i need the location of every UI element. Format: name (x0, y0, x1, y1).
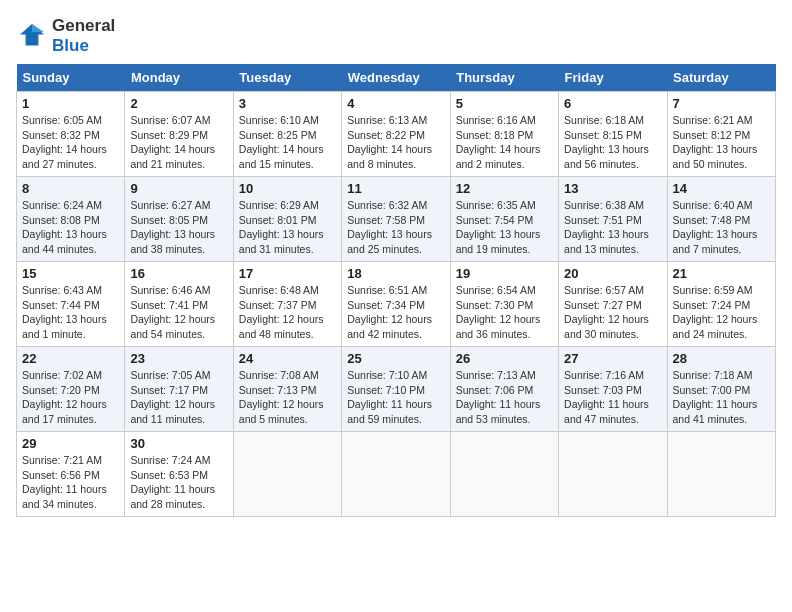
day-info: Sunrise: 6:51 AM Sunset: 7:34 PM Dayligh… (347, 283, 444, 342)
day-info: Sunrise: 7:10 AM Sunset: 7:10 PM Dayligh… (347, 368, 444, 427)
day-number: 3 (239, 96, 336, 111)
day-number: 20 (564, 266, 661, 281)
calendar-week-3: 15Sunrise: 6:43 AM Sunset: 7:44 PM Dayli… (17, 262, 776, 347)
calendar-cell (559, 432, 667, 517)
day-info: Sunrise: 6:43 AM Sunset: 7:44 PM Dayligh… (22, 283, 119, 342)
day-number: 19 (456, 266, 553, 281)
day-info: Sunrise: 6:16 AM Sunset: 8:18 PM Dayligh… (456, 113, 553, 172)
day-number: 28 (673, 351, 770, 366)
calendar-cell: 4Sunrise: 6:13 AM Sunset: 8:22 PM Daylig… (342, 92, 450, 177)
calendar-cell: 8Sunrise: 6:24 AM Sunset: 8:08 PM Daylig… (17, 177, 125, 262)
calendar-cell: 27Sunrise: 7:16 AM Sunset: 7:03 PM Dayli… (559, 347, 667, 432)
day-number: 7 (673, 96, 770, 111)
calendar-cell: 28Sunrise: 7:18 AM Sunset: 7:00 PM Dayli… (667, 347, 775, 432)
day-number: 12 (456, 181, 553, 196)
calendar-cell: 9Sunrise: 6:27 AM Sunset: 8:05 PM Daylig… (125, 177, 233, 262)
calendar-cell: 29Sunrise: 7:21 AM Sunset: 6:56 PM Dayli… (17, 432, 125, 517)
calendar-table: SundayMondayTuesdayWednesdayThursdayFrid… (16, 64, 776, 517)
calendar-week-2: 8Sunrise: 6:24 AM Sunset: 8:08 PM Daylig… (17, 177, 776, 262)
day-header-friday: Friday (559, 64, 667, 92)
day-number: 29 (22, 436, 119, 451)
day-number: 27 (564, 351, 661, 366)
day-number: 11 (347, 181, 444, 196)
day-number: 14 (673, 181, 770, 196)
day-number: 4 (347, 96, 444, 111)
day-number: 17 (239, 266, 336, 281)
day-number: 8 (22, 181, 119, 196)
day-info: Sunrise: 7:05 AM Sunset: 7:17 PM Dayligh… (130, 368, 227, 427)
day-info: Sunrise: 7:16 AM Sunset: 7:03 PM Dayligh… (564, 368, 661, 427)
day-info: Sunrise: 6:57 AM Sunset: 7:27 PM Dayligh… (564, 283, 661, 342)
logo: General Blue (16, 16, 115, 56)
day-number: 5 (456, 96, 553, 111)
calendar-cell: 17Sunrise: 6:48 AM Sunset: 7:37 PM Dayli… (233, 262, 341, 347)
day-number: 23 (130, 351, 227, 366)
logo-icon (16, 20, 48, 52)
day-number: 24 (239, 351, 336, 366)
day-info: Sunrise: 7:13 AM Sunset: 7:06 PM Dayligh… (456, 368, 553, 427)
day-header-monday: Monday (125, 64, 233, 92)
calendar-cell: 3Sunrise: 6:10 AM Sunset: 8:25 PM Daylig… (233, 92, 341, 177)
calendar-week-4: 22Sunrise: 7:02 AM Sunset: 7:20 PM Dayli… (17, 347, 776, 432)
calendar-cell: 5Sunrise: 6:16 AM Sunset: 8:18 PM Daylig… (450, 92, 558, 177)
day-info: Sunrise: 7:21 AM Sunset: 6:56 PM Dayligh… (22, 453, 119, 512)
day-number: 9 (130, 181, 227, 196)
day-info: Sunrise: 6:46 AM Sunset: 7:41 PM Dayligh… (130, 283, 227, 342)
day-number: 26 (456, 351, 553, 366)
calendar-cell: 2Sunrise: 6:07 AM Sunset: 8:29 PM Daylig… (125, 92, 233, 177)
day-number: 10 (239, 181, 336, 196)
calendar-cell: 20Sunrise: 6:57 AM Sunset: 7:27 PM Dayli… (559, 262, 667, 347)
day-info: Sunrise: 7:08 AM Sunset: 7:13 PM Dayligh… (239, 368, 336, 427)
calendar-cell: 26Sunrise: 7:13 AM Sunset: 7:06 PM Dayli… (450, 347, 558, 432)
svg-marker-1 (32, 24, 44, 32)
day-number: 21 (673, 266, 770, 281)
calendar-cell (450, 432, 558, 517)
calendar-cell: 10Sunrise: 6:29 AM Sunset: 8:01 PM Dayli… (233, 177, 341, 262)
day-number: 25 (347, 351, 444, 366)
calendar-cell: 11Sunrise: 6:32 AM Sunset: 7:58 PM Dayli… (342, 177, 450, 262)
calendar-cell: 14Sunrise: 6:40 AM Sunset: 7:48 PM Dayli… (667, 177, 775, 262)
day-info: Sunrise: 6:07 AM Sunset: 8:29 PM Dayligh… (130, 113, 227, 172)
day-info: Sunrise: 6:29 AM Sunset: 8:01 PM Dayligh… (239, 198, 336, 257)
day-header-sunday: Sunday (17, 64, 125, 92)
calendar-cell: 15Sunrise: 6:43 AM Sunset: 7:44 PM Dayli… (17, 262, 125, 347)
day-number: 18 (347, 266, 444, 281)
calendar-cell: 16Sunrise: 6:46 AM Sunset: 7:41 PM Dayli… (125, 262, 233, 347)
calendar-cell: 13Sunrise: 6:38 AM Sunset: 7:51 PM Dayli… (559, 177, 667, 262)
day-header-tuesday: Tuesday (233, 64, 341, 92)
day-header-saturday: Saturday (667, 64, 775, 92)
day-header-wednesday: Wednesday (342, 64, 450, 92)
calendar-cell (342, 432, 450, 517)
calendar-week-5: 29Sunrise: 7:21 AM Sunset: 6:56 PM Dayli… (17, 432, 776, 517)
day-number: 13 (564, 181, 661, 196)
day-info: Sunrise: 6:05 AM Sunset: 8:32 PM Dayligh… (22, 113, 119, 172)
calendar-cell: 22Sunrise: 7:02 AM Sunset: 7:20 PM Dayli… (17, 347, 125, 432)
day-info: Sunrise: 6:18 AM Sunset: 8:15 PM Dayligh… (564, 113, 661, 172)
calendar-cell: 7Sunrise: 6:21 AM Sunset: 8:12 PM Daylig… (667, 92, 775, 177)
logo-text: General Blue (52, 16, 115, 56)
calendar-cell: 18Sunrise: 6:51 AM Sunset: 7:34 PM Dayli… (342, 262, 450, 347)
calendar-cell (667, 432, 775, 517)
day-info: Sunrise: 6:21 AM Sunset: 8:12 PM Dayligh… (673, 113, 770, 172)
day-info: Sunrise: 6:48 AM Sunset: 7:37 PM Dayligh… (239, 283, 336, 342)
day-info: Sunrise: 6:27 AM Sunset: 8:05 PM Dayligh… (130, 198, 227, 257)
day-info: Sunrise: 6:32 AM Sunset: 7:58 PM Dayligh… (347, 198, 444, 257)
day-number: 6 (564, 96, 661, 111)
calendar-cell: 1Sunrise: 6:05 AM Sunset: 8:32 PM Daylig… (17, 92, 125, 177)
day-number: 15 (22, 266, 119, 281)
calendar-week-1: 1Sunrise: 6:05 AM Sunset: 8:32 PM Daylig… (17, 92, 776, 177)
calendar-cell: 19Sunrise: 6:54 AM Sunset: 7:30 PM Dayli… (450, 262, 558, 347)
calendar-cell: 12Sunrise: 6:35 AM Sunset: 7:54 PM Dayli… (450, 177, 558, 262)
calendar-header-row: SundayMondayTuesdayWednesdayThursdayFrid… (17, 64, 776, 92)
calendar-cell: 23Sunrise: 7:05 AM Sunset: 7:17 PM Dayli… (125, 347, 233, 432)
day-info: Sunrise: 6:54 AM Sunset: 7:30 PM Dayligh… (456, 283, 553, 342)
day-info: Sunrise: 6:10 AM Sunset: 8:25 PM Dayligh… (239, 113, 336, 172)
day-number: 30 (130, 436, 227, 451)
calendar-cell: 21Sunrise: 6:59 AM Sunset: 7:24 PM Dayli… (667, 262, 775, 347)
day-info: Sunrise: 6:13 AM Sunset: 8:22 PM Dayligh… (347, 113, 444, 172)
day-number: 1 (22, 96, 119, 111)
calendar-cell: 24Sunrise: 7:08 AM Sunset: 7:13 PM Dayli… (233, 347, 341, 432)
day-number: 22 (22, 351, 119, 366)
day-info: Sunrise: 6:35 AM Sunset: 7:54 PM Dayligh… (456, 198, 553, 257)
calendar-cell (233, 432, 341, 517)
